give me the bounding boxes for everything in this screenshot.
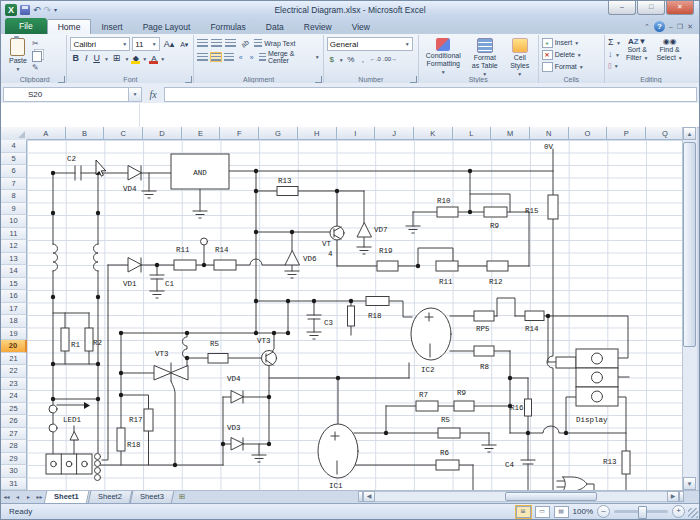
ribbon-tab-review[interactable]: Review (294, 20, 342, 34)
format-painter-icon[interactable]: ✎ (32, 63, 42, 72)
font-color-dropdown-icon[interactable]: ▼ (160, 56, 165, 62)
clear-icon[interactable]: ▯ ▼ (608, 61, 621, 71)
align-center-icon[interactable] (211, 53, 221, 61)
decrease-indent-icon[interactable]: « (237, 52, 245, 63)
decrease-decimal-icon[interactable]: .00→ (383, 54, 397, 65)
number-dialog-launcher[interactable] (410, 76, 417, 83)
alignment-dialog-launcher[interactable] (315, 76, 322, 83)
worksheet-grid[interactable]: ABCDEFGHIJKLMNOPQ 4567891011121314151617… (1, 127, 685, 490)
number-format-combo[interactable]: General▼ (327, 37, 413, 51)
borders-icon[interactable]: ⊞ (111, 53, 123, 64)
vertical-scroll-thumb[interactable] (683, 142, 696, 347)
accounting-dropdown-icon[interactable]: ▼ (339, 57, 344, 63)
resize-grip[interactable] (688, 508, 698, 518)
ribbon-collapse-icon[interactable]: ⌃ (644, 22, 650, 31)
increase-indent-icon[interactable]: » (248, 52, 256, 63)
clipboard-dialog-launcher[interactable] (58, 76, 65, 83)
find-select-button[interactable]: ◉◉ Find &Select ▼ (653, 37, 685, 73)
horizontal-scroll-thumb[interactable] (505, 492, 597, 501)
fill-color-icon[interactable]: ◆ (131, 54, 140, 64)
horizontal-scrollbar[interactable]: ◀ ▶ (358, 491, 684, 502)
scroll-left-icon[interactable]: ◀ (363, 491, 375, 502)
zoom-slider-thumb[interactable] (638, 506, 647, 519)
quick-access-toolbar: X ↶ ↷ ▾ (1, 4, 57, 16)
page-break-view-icon[interactable]: ▤ (554, 506, 569, 518)
fill-color-dropdown-icon[interactable]: ▼ (142, 56, 147, 62)
undo-icon[interactable]: ↶ (33, 5, 41, 15)
qat-dropdown-icon[interactable]: ▾ (54, 5, 57, 15)
zoom-level[interactable]: 100% (573, 507, 593, 516)
component-label-r11: R11 (439, 278, 453, 286)
workbook-minimize-icon[interactable]: – (669, 22, 673, 31)
zoom-in-icon[interactable]: + (672, 505, 685, 518)
ribbon-tab-data[interactable]: Data (256, 20, 294, 34)
component-label-vd1: VD1 (123, 280, 137, 288)
orientation-icon[interactable]: ab (237, 35, 253, 51)
workbook-restore-icon[interactable]: ❐ (677, 22, 683, 31)
maximize-button[interactable]: □ (637, 1, 665, 15)
increase-decimal-icon[interactable]: ←.0 (370, 54, 381, 65)
zoom-slider[interactable] (614, 510, 668, 513)
ribbon-tab-view[interactable]: View (342, 20, 380, 34)
formula-input[interactable] (164, 87, 697, 102)
scroll-down-icon[interactable]: ▼ (683, 477, 696, 490)
ribbon-tab-formulas[interactable]: Formulas (200, 20, 255, 34)
normal-view-icon[interactable]: ⊞ (516, 506, 531, 518)
conditional-formatting-icon (436, 38, 450, 51)
scroll-up-icon[interactable]: ▲ (683, 127, 696, 140)
close-button[interactable]: ✕ (666, 1, 694, 15)
scroll-right-icon[interactable]: ▶ (667, 491, 679, 502)
page-layout-view-icon[interactable]: ▭ (535, 506, 550, 518)
format-cells-button[interactable]: Format▼ (542, 61, 601, 72)
underline-dropdown-icon[interactable]: ▼ (104, 56, 109, 62)
insert-cells-button[interactable]: +Insert▼ (542, 37, 601, 48)
wrap-text-button[interactable]: Wrap Text (254, 37, 295, 49)
conditional-formatting-button[interactable]: ConditionalFormatting ▼ (422, 37, 465, 79)
comma-style-icon[interactable]: , (358, 54, 368, 65)
cell-styles-button[interactable]: CellStyles ▼ (505, 37, 535, 79)
ribbon-tab-home[interactable]: Home (47, 19, 92, 34)
paste-button[interactable]: Paste▼ (6, 37, 30, 74)
font-name-combo[interactable]: Calibri▼ (70, 37, 130, 51)
borders-dropdown-icon[interactable]: ▼ (124, 56, 129, 62)
align-left-icon[interactable] (197, 53, 207, 61)
sort-filter-button[interactable]: AZ▼ Sort &Filter ▼ (623, 37, 651, 73)
format-as-table-button[interactable]: Formatas Table ▼ (467, 37, 503, 79)
copy-icon[interactable] (32, 51, 42, 62)
save-icon[interactable] (20, 5, 30, 15)
help-icon[interactable]: ? (654, 21, 665, 32)
underline-button[interactable]: U (91, 53, 102, 64)
font-size-combo[interactable]: 11▼ (132, 37, 160, 51)
excel-app-icon[interactable]: X (5, 4, 17, 16)
vertical-scrollbar[interactable]: ▲ ▼ (682, 127, 697, 490)
cut-icon[interactable]: ✂ (32, 39, 42, 48)
autosum-icon[interactable]: Σ ▼ (608, 37, 621, 48)
zoom-out-icon[interactable]: – (597, 505, 610, 518)
name-box-dropdown-icon[interactable]: ▼ (129, 87, 142, 102)
italic-button[interactable]: I (83, 53, 90, 64)
align-top-icon[interactable] (197, 39, 208, 47)
minimize-button[interactable]: – (608, 1, 636, 15)
bold-button[interactable]: B (70, 53, 81, 64)
ribbon-tab-file[interactable]: File (5, 18, 47, 34)
title-bar[interactable]: X ↶ ↷ ▾ Electrical Diagram.xlsx - Micros… (1, 1, 699, 19)
redo-icon[interactable]: ↷ (44, 5, 52, 15)
grow-font-icon[interactable]: A▴ (162, 39, 177, 50)
h-splitter-right[interactable] (679, 491, 684, 502)
font-color-icon[interactable]: A (149, 54, 158, 64)
align-right-icon[interactable] (224, 53, 234, 61)
align-middle-icon[interactable] (211, 39, 222, 47)
workbook-close-icon[interactable]: ✕ (687, 22, 693, 31)
align-bottom-icon[interactable] (225, 39, 236, 47)
fx-icon[interactable]: fx (142, 89, 164, 100)
accounting-format-icon[interactable]: $ (327, 54, 337, 65)
shrink-font-icon[interactable]: A▾ (178, 39, 190, 50)
font-dialog-launcher[interactable] (185, 76, 192, 83)
ribbon-tab-page-layout[interactable]: Page Layout (133, 20, 201, 34)
name-box[interactable]: S20 (3, 87, 129, 102)
delete-cells-button[interactable]: ✕Delete▼ (542, 49, 601, 60)
fill-icon[interactable]: ↓ ▼ (608, 49, 621, 60)
merge-center-button[interactable]: Merge & Center▼ (259, 51, 320, 63)
ribbon-tab-insert[interactable]: Insert (91, 20, 132, 34)
percent-style-icon[interactable]: % (346, 54, 356, 65)
